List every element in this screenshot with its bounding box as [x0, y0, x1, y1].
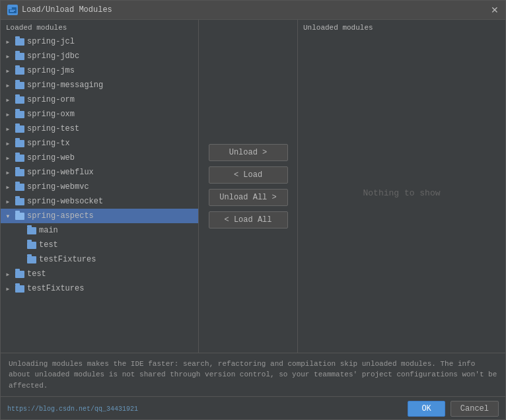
item-label: spring-tx	[27, 139, 70, 148]
tree-item-spring-messaging[interactable]: ▶ spring-messaging	[1, 78, 198, 92]
folder-icon	[15, 53, 24, 60]
dialog-title: Load/Unload Modules	[22, 5, 112, 15]
folder-icon	[27, 227, 36, 234]
tree-item-spring-tx[interactable]: ▶ spring-tx	[1, 136, 198, 151]
expand-arrow: ▼	[3, 211, 13, 221]
item-label: spring-oxm	[27, 110, 75, 119]
tree-item-main[interactable]: ▶ main	[1, 223, 198, 238]
dialog-icon	[7, 5, 18, 15]
tree-item-spring-webflux[interactable]: ▶ spring-webflux	[1, 165, 198, 180]
right-panel-header: Unloaded modules	[298, 20, 505, 34]
expand-arrow: ▶	[3, 153, 13, 162]
item-label: spring-orm	[27, 95, 75, 104]
tree-item-spring-jcl[interactable]: ▶ spring-jcl	[1, 34, 198, 49]
expand-arrow: ▶	[3, 269, 13, 279]
item-label: spring-webmvc	[27, 182, 89, 192]
tree-item-test-child[interactable]: ▶ test	[1, 238, 198, 252]
load-all-button[interactable]: < Load All	[209, 211, 288, 228]
folder-icon	[15, 155, 24, 162]
expand-arrow: ▶	[3, 66, 13, 75]
expand-arrow: ▶	[3, 139, 13, 148]
title-bar: Load/Unload Modules ✕	[1, 1, 505, 20]
expand-arrow: ▶	[3, 81, 13, 90]
svg-rect-2	[10, 10, 15, 11]
item-label: spring-jcl	[27, 37, 75, 46]
footer-link[interactable]: https://blog.csdn.net/qq_34431921	[7, 405, 138, 413]
folder-icon	[15, 111, 24, 118]
expand-arrow: ▶	[3, 284, 13, 293]
footer-buttons: https://blog.csdn.net/qq_34431921 OK Can…	[1, 396, 505, 419]
expand-arrow: ▶	[3, 168, 13, 177]
right-panel: Unloaded modules Nothing to show	[298, 20, 505, 353]
folder-icon	[15, 184, 24, 191]
tree-item-spring-jms[interactable]: ▶ spring-jms	[1, 63, 198, 78]
folder-icon	[15, 96, 24, 104]
folder-icon	[15, 140, 24, 147]
folder-icon	[15, 271, 24, 278]
item-label: spring-test	[27, 124, 79, 133]
unload-all-button[interactable]: Unload All >	[209, 189, 288, 206]
item-label: spring-websocket	[27, 197, 103, 206]
item-label: spring-jms	[27, 66, 75, 75]
item-label: test	[27, 269, 46, 279]
tree-item-spring-orm[interactable]: ▶ spring-orm	[1, 92, 198, 107]
item-label: spring-webflux	[27, 168, 94, 177]
unload-button[interactable]: Unload >	[209, 144, 288, 161]
tree-item-spring-aspects[interactable]: ▼ spring-aspects	[1, 209, 198, 223]
left-panel-header: Loaded modules	[1, 20, 198, 34]
tree-item-spring-webmvc[interactable]: ▶ spring-webmvc	[1, 180, 198, 194]
footer-info: Unloading modules makes the IDE faster: …	[1, 353, 505, 397]
footer-info-text: Unloading modules makes the IDE faster: …	[9, 360, 497, 390]
tree-container[interactable]: ▶ spring-jcl ▶ spring-jdbc ▶ spring	[1, 34, 198, 353]
tree-item-spring-oxm[interactable]: ▶ spring-oxm	[1, 107, 198, 122]
expand-arrow: ▶	[3, 52, 13, 61]
tree-item-spring-jdbc[interactable]: ▶ spring-jdbc	[1, 49, 198, 63]
item-label: test	[39, 240, 58, 250]
middle-panel: Unload > < Load Unload All > < Load All	[199, 20, 298, 353]
load-button[interactable]: < Load	[209, 166, 288, 184]
folder-icon	[15, 125, 24, 133]
item-label: spring-aspects	[27, 211, 94, 221]
tree-item-spring-websocket[interactable]: ▶ spring-websocket	[1, 194, 198, 209]
expand-arrow: ▶	[3, 37, 13, 46]
svg-rect-1	[9, 7, 12, 9]
item-label: main	[39, 226, 58, 235]
item-label: testFixtures	[39, 255, 96, 264]
svg-rect-3	[10, 11, 14, 12]
tree-item-testfixtures-child[interactable]: ▶ testFixtures	[1, 252, 198, 267]
main-content: Loaded modules ▶ spring-jcl ▶ spring-jdb…	[1, 20, 505, 419]
expand-arrow: ▶	[3, 124, 13, 133]
left-panel: Loaded modules ▶ spring-jcl ▶ spring-jdb…	[1, 20, 199, 353]
panels-row: Loaded modules ▶ spring-jcl ▶ spring-jdb…	[1, 20, 505, 353]
item-label: spring-jdbc	[27, 52, 79, 61]
empty-state-text: Nothing to show	[363, 188, 440, 198]
expand-arrow: ▶	[3, 182, 13, 192]
tree-item-testfixtures-top[interactable]: ▶ testFixtures	[1, 281, 198, 296]
expand-arrow: ▶	[3, 197, 13, 206]
expand-arrow: ▶	[3, 95, 13, 104]
ok-button[interactable]: OK	[408, 401, 445, 417]
item-label: testFixtures	[27, 284, 84, 293]
right-content: Nothing to show	[298, 34, 505, 353]
load-unload-dialog: Load/Unload Modules ✕ Loaded modules ▶ s…	[0, 0, 506, 420]
folder-icon	[15, 82, 24, 89]
cancel-button[interactable]: Cancel	[451, 401, 499, 417]
folder-icon	[15, 198, 24, 205]
item-label: spring-web	[27, 153, 75, 162]
folder-icon	[15, 285, 24, 293]
tree-item-spring-web[interactable]: ▶ spring-web	[1, 151, 198, 165]
folder-icon	[27, 242, 36, 249]
close-button[interactable]: ✕	[491, 5, 499, 15]
folder-icon-open	[15, 213, 24, 220]
title-bar-left: Load/Unload Modules	[7, 5, 112, 15]
expand-arrow: ▶	[3, 110, 13, 119]
folder-icon	[27, 256, 36, 263]
tree-item-test-top[interactable]: ▶ test	[1, 267, 198, 281]
folder-icon	[15, 67, 24, 75]
tree-item-spring-test[interactable]: ▶ spring-test	[1, 122, 198, 136]
folder-icon	[15, 38, 24, 46]
item-label: spring-messaging	[27, 81, 103, 90]
folder-icon	[15, 169, 24, 176]
